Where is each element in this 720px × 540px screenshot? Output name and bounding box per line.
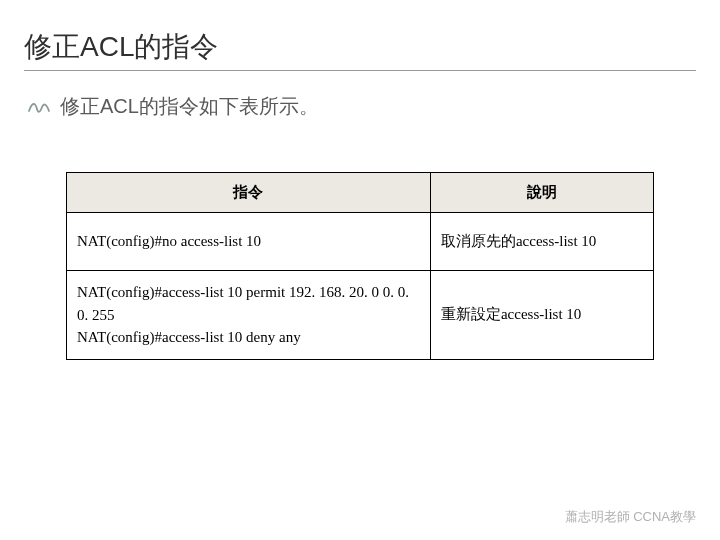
acl-table: 指令 說明 NAT(config)#no access-list 10 取消原先… <box>66 172 654 360</box>
acl-table-container: 指令 說明 NAT(config)#no access-list 10 取消原先… <box>66 172 654 360</box>
cell-command: NAT(config)#no access-list 10 <box>67 213 431 271</box>
bullet-text: 修正ACL的指令如下表所示。 <box>60 93 319 120</box>
footer-credit: 蕭志明老師 CCNA教學 <box>565 508 696 526</box>
table-row: NAT(config)#no access-list 10 取消原先的acces… <box>67 213 654 271</box>
table-row: NAT(config)#access-list 10 permit 192. 1… <box>67 271 654 360</box>
th-description: 說明 <box>430 173 653 213</box>
signature-icon <box>28 99 50 115</box>
slide-title: 修正ACL的指令 <box>24 28 696 71</box>
bullet-row: 修正ACL的指令如下表所示。 <box>28 93 696 120</box>
th-command: 指令 <box>67 173 431 213</box>
cell-description: 重新設定access-list 10 <box>430 271 653 360</box>
cell-description: 取消原先的access-list 10 <box>430 213 653 271</box>
cell-command: NAT(config)#access-list 10 permit 192. 1… <box>67 271 431 360</box>
